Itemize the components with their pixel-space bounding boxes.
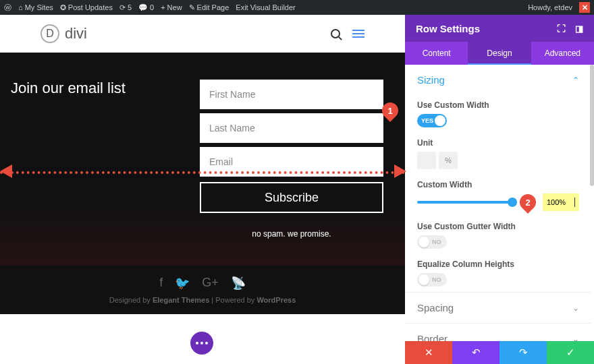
twitter-icon[interactable]: 🐦 [175, 276, 190, 291]
howdy-user[interactable]: Howdy, etdev [528, 3, 572, 11]
footer-credits: Designed by Elegant Themes | Powered by … [109, 296, 296, 304]
redo-button[interactable]: ↷ [500, 341, 547, 364]
updates-count[interactable]: ⟳ 5 [119, 3, 132, 12]
search-icon[interactable] [331, 29, 340, 38]
logo-icon: D [40, 24, 59, 43]
slider-custom-width[interactable] [417, 201, 513, 204]
site-header: D divi [0, 15, 405, 53]
new-link[interactable]: + New [161, 3, 182, 11]
scrollbar[interactable] [590, 65, 594, 186]
label-equalize-heights: Equalize Column Heights [417, 260, 579, 269]
settings-panel: Row Settings ⛶ ◨ Content Design Advanced… [405, 15, 594, 364]
input-custom-width-value[interactable]: 100% [543, 193, 579, 211]
facebook-icon[interactable]: f [159, 276, 163, 291]
unit-percent[interactable]: % [439, 152, 458, 169]
panel-header: Row Settings ⛶ ◨ [405, 15, 594, 42]
callout-marker-2: 2 [516, 191, 539, 214]
logo-text: divi [65, 25, 87, 42]
label-custom-width: Custom Width [417, 180, 579, 189]
chevron-down-icon: ⌄ [572, 303, 579, 313]
unit-px[interactable] [417, 152, 436, 169]
tab-advanced[interactable]: Advanced [531, 42, 594, 65]
postupdates-link[interactable]: ✪ Post Updates [60, 3, 113, 12]
panel-actions: ✕ ↶ ↷ ✓ [405, 341, 594, 364]
section-border[interactable]: Border⌄ [405, 323, 591, 341]
annotation-arrow-right [394, 164, 406, 178]
annotation-arrow-left [0, 164, 12, 178]
annotation-arrow-line [0, 171, 405, 174]
first-name-input[interactable] [200, 80, 383, 109]
section-spacing[interactable]: Spacing⌄ [405, 292, 591, 323]
panel-title: Row Settings [416, 23, 480, 34]
googleplus-icon[interactable]: G+ [202, 276, 219, 291]
label-use-custom-width: Use Custom Width [417, 100, 579, 110]
page-preview: D divi Join our email list Subscribe no … [0, 15, 405, 364]
label-gutter-width: Use Custom Gutter Width [417, 222, 579, 231]
nospam-text: no spam. we promise. [200, 229, 383, 239]
tab-content[interactable]: Content [405, 42, 468, 65]
toggle-use-custom-width[interactable]: YES [417, 114, 447, 127]
cancel-button[interactable]: ✕ [405, 341, 452, 364]
panel-tabs: Content Design Advanced [405, 42, 594, 65]
site-logo[interactable]: D divi [40, 24, 87, 43]
signup-form: Subscribe no spam. we promise. [200, 80, 394, 239]
hero-title: Join our email list [11, 80, 200, 239]
mysites-link[interactable]: ⌂ My Sites [18, 3, 53, 11]
close-icon[interactable]: ✕ [579, 2, 590, 13]
label-unit: Unit [417, 138, 579, 148]
toggle-equalize-heights[interactable]: NO [417, 273, 447, 286]
site-footer: f 🐦 G+ 📡 Designed by Elegant Themes | Po… [0, 266, 405, 314]
hamburger-icon[interactable] [352, 30, 364, 38]
hero-section: Join our email list Subscribe no spam. w… [0, 53, 405, 266]
exit-vb-link[interactable]: Exit Visual Builder [236, 3, 295, 11]
tab-design[interactable]: Design [468, 42, 531, 65]
chevron-up-icon: ⌃ [572, 75, 579, 85]
last-name-input[interactable] [200, 113, 383, 143]
section-sizing[interactable]: Sizing⌃ [405, 65, 591, 95]
expand-icon[interactable]: ⛶ [557, 24, 566, 34]
wp-logo-icon[interactable]: ⓦ [4, 3, 11, 13]
undo-button[interactable]: ↶ [452, 341, 500, 364]
snap-icon[interactable]: ◨ [575, 24, 583, 34]
editpage-link[interactable]: ✎ Edit Page [189, 3, 230, 12]
rss-icon[interactable]: 📡 [231, 276, 246, 291]
subscribe-button[interactable]: Subscribe [200, 182, 383, 213]
divi-fab-button[interactable] [190, 332, 213, 355]
wp-admin-bar: ⓦ ⌂ My Sites ✪ Post Updates ⟳ 5 💬 0 + Ne… [0, 0, 594, 15]
toggle-gutter-width[interactable]: NO [417, 235, 447, 249]
panel-body: Sizing⌃ Use Custom Width YES Unit % Cust… [405, 65, 594, 341]
comments-count[interactable]: 💬 0 [138, 3, 154, 12]
chevron-down-icon: ⌄ [572, 334, 579, 342]
save-button[interactable]: ✓ [547, 341, 594, 364]
